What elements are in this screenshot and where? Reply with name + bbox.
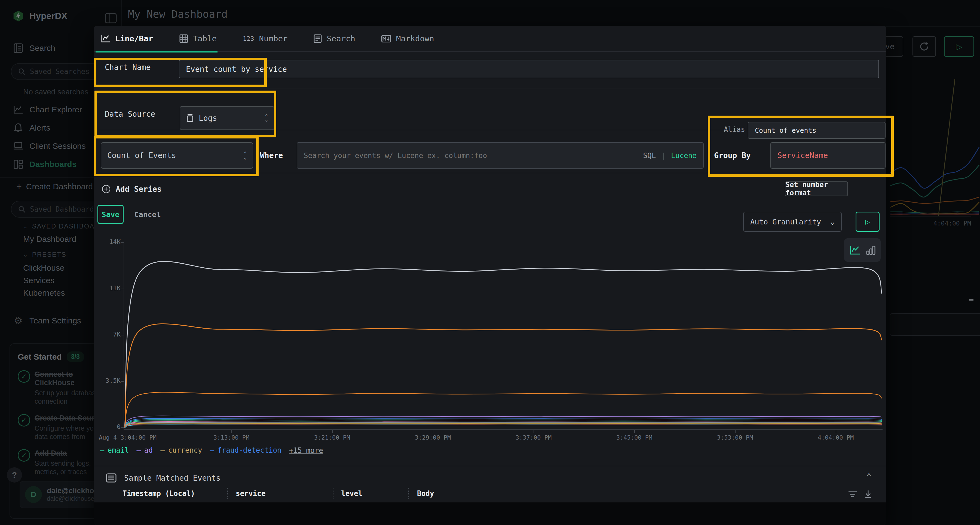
- y-axis-tick: 14K: [99, 238, 121, 245]
- tab-label: Line/Bar: [115, 34, 153, 43]
- tab-label: Markdown: [396, 34, 434, 43]
- lucene-mode-toggle[interactable]: Lucene: [671, 152, 697, 160]
- events-table-header: Timestamp (Local) service level Body: [94, 485, 886, 503]
- line-chart-icon: [101, 35, 110, 43]
- chevron-down-icon: ⌄: [830, 217, 835, 226]
- legend-swatch: —: [160, 446, 165, 455]
- list-icon: [106, 473, 116, 483]
- highlight-chart-name: [94, 58, 267, 87]
- mode-separator: |: [661, 152, 666, 160]
- legend-label: ad: [144, 446, 153, 455]
- filter-lines-icon[interactable]: [848, 490, 857, 499]
- x-axis-line: [124, 429, 883, 430]
- save-button[interactable]: Save: [97, 205, 124, 224]
- highlight-aggregation: [94, 136, 259, 176]
- tab-search[interactable]: Search: [313, 34, 355, 43]
- add-series-label: Add Series: [116, 185, 162, 194]
- sample-events-title: Sample Matched Events: [124, 474, 221, 482]
- column-separator[interactable]: [227, 488, 228, 499]
- x-axis-tick: 3:53:00 PM: [717, 434, 753, 441]
- where-search-box[interactable]: SQL | Lucene: [297, 142, 704, 169]
- column-separator[interactable]: [408, 488, 409, 499]
- chart-type-tabs: Line/Bar Table 123 Number Search Markdow…: [94, 26, 886, 52]
- tab-line-bar[interactable]: Line/Bar: [101, 34, 153, 43]
- x-axis-tick: 3:37:00 PM: [515, 434, 552, 441]
- number-123-icon: 123: [243, 35, 254, 42]
- tab-label: Table: [193, 34, 217, 43]
- chart-legend: —email —ad —currency —fraud-detection +1…: [100, 446, 323, 455]
- x-axis-tick: 3:13:00 PM: [213, 434, 249, 441]
- legend-more-link[interactable]: +15 more: [289, 446, 323, 455]
- tab-label: Search: [327, 34, 355, 43]
- preview-chart: [124, 241, 883, 432]
- cancel-button[interactable]: Cancel: [130, 205, 165, 224]
- table-icon: [180, 34, 188, 43]
- markdown-icon: [381, 35, 391, 43]
- legend-item[interactable]: —currency: [160, 446, 202, 455]
- legend-item[interactable]: —fraud-detection: [210, 446, 282, 455]
- x-axis-tick: 3:21:00 PM: [314, 434, 350, 441]
- column-header-service[interactable]: service: [236, 489, 266, 498]
- tab-label: Number: [259, 34, 288, 43]
- run-chart-button[interactable]: ▷: [856, 212, 880, 232]
- x-axis-tick: Aug 4 3:04:00 PM: [99, 434, 156, 441]
- y-axis-tick: 3.5K: [99, 377, 121, 384]
- where-search-input[interactable]: [304, 152, 638, 160]
- events-table-body: [94, 503, 886, 525]
- tab-markdown[interactable]: Markdown: [381, 34, 434, 43]
- column-header-level[interactable]: level: [341, 489, 362, 498]
- legend-label: email: [108, 446, 129, 455]
- legend-item[interactable]: —email: [100, 446, 129, 455]
- collapse-chevron-icon[interactable]: ⌃: [867, 471, 871, 481]
- highlight-group-by: [708, 116, 894, 177]
- granularity-select[interactable]: Auto Granularity ⌄: [743, 212, 842, 232]
- legend-label: currency: [168, 446, 202, 455]
- sort-download-icon[interactable]: [864, 490, 872, 499]
- highlight-data-source: [94, 90, 276, 137]
- x-axis-tick: 4:04:00 PM: [818, 434, 854, 441]
- granularity-value: Auto Granularity: [750, 217, 821, 226]
- sample-events-header: Sample Matched Events: [106, 473, 221, 483]
- play-icon: ▷: [865, 217, 870, 226]
- add-series-button[interactable]: Add Series: [102, 184, 162, 194]
- y-axis-tick: 7K: [99, 331, 121, 338]
- x-axis-tick: 3:29:00 PM: [415, 434, 451, 441]
- y-axis-tick: 0: [99, 423, 121, 430]
- legend-label: fraud-detection: [218, 446, 282, 455]
- document-list-icon: [313, 34, 322, 43]
- row-divider: [99, 88, 881, 89]
- legend-swatch: —: [100, 446, 104, 455]
- active-tab-underline: [95, 51, 218, 52]
- tab-table[interactable]: Table: [180, 34, 217, 43]
- legend-item[interactable]: —ad: [137, 446, 153, 455]
- section-divider: [94, 466, 886, 466]
- tab-number[interactable]: 123 Number: [243, 34, 288, 43]
- legend-swatch: —: [210, 446, 214, 455]
- column-separator[interactable]: [332, 488, 334, 499]
- legend-swatch: —: [137, 446, 141, 455]
- plus-circle-icon: [102, 184, 111, 194]
- sql-mode-toggle[interactable]: SQL: [643, 152, 656, 160]
- chart-name-input[interactable]: [179, 60, 879, 78]
- y-axis-tick: 11K: [99, 284, 121, 292]
- column-header-body[interactable]: Body: [417, 489, 434, 498]
- set-number-format-button[interactable]: Set number format: [785, 181, 848, 196]
- x-axis-tick: 3:45:00 PM: [616, 434, 652, 441]
- column-header-timestamp[interactable]: Timestamp (Local): [123, 489, 195, 498]
- where-label: Where: [260, 151, 283, 160]
